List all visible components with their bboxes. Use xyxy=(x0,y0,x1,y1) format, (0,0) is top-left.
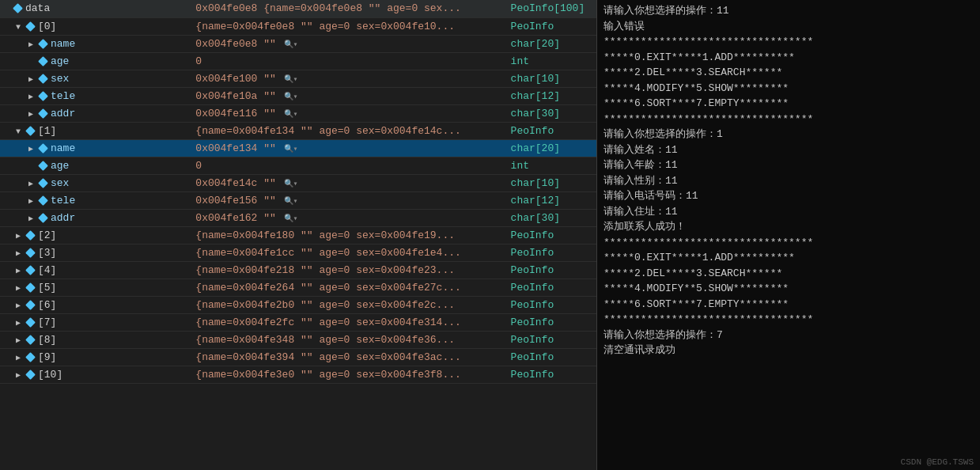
terminal-line: *****2.DEL*****3.SEARCH****** xyxy=(604,65,974,81)
terminal-line: *****6.SORT****7.EMPTY******** xyxy=(604,297,974,313)
expand-btn[interactable]: ▶ xyxy=(16,266,25,275)
terminal-line: 请输入你想选择的操作：1 xyxy=(604,127,974,142)
table-row: ▶[5]{name=0x004fe264 "" age=0 sex=0x004f… xyxy=(0,279,596,296)
variable-name: tele xyxy=(51,195,75,207)
terminal-line: ********************************** xyxy=(604,235,974,251)
search-icon[interactable]: 🔍▾ xyxy=(284,74,298,84)
search-icon[interactable]: 🔍▾ xyxy=(284,92,298,101)
search-icon[interactable]: 🔍▾ xyxy=(284,40,298,49)
terminal-line: 请输入你想选择的操作：7 xyxy=(604,328,974,343)
variable-value: 0x004fe100 "" xyxy=(195,73,275,85)
variable-value: 0x004fe116 "" xyxy=(195,108,275,119)
table-row: ▶[8]{name=0x004fe348 "" age=0 sex=0x004f… xyxy=(0,331,596,348)
variable-name: [1] xyxy=(38,125,56,137)
table-row: ▶[3]{name=0x004fe1cc "" age=0 sex=0x004f… xyxy=(0,244,596,261)
variable-value: {name=0x004fe0e8 "" age=0 sex=0x004fe10.… xyxy=(195,21,455,32)
variable-name: sex xyxy=(51,73,69,85)
variable-type: PeoInfo xyxy=(511,282,554,294)
terminal-line: ********************************** xyxy=(604,312,974,328)
type-icon xyxy=(38,56,48,66)
table-row: ▶tele0x004fe156 "" 🔍▾char[12] xyxy=(0,191,596,209)
variable-type: PeoInfo xyxy=(511,351,554,363)
table-row: ▶name0x004fe134 "" 🔍▾char[20] xyxy=(0,139,596,157)
search-icon[interactable]: 🔍▾ xyxy=(284,214,298,223)
table-row: ▶[10]{name=0x004fe3e0 "" age=0 sex=0x004… xyxy=(0,366,596,383)
variable-type: PeoInfo xyxy=(511,299,554,311)
variable-type: PeoInfo xyxy=(511,21,554,32)
terminal-line: *****2.DEL*****3.SEARCH****** xyxy=(604,266,974,282)
expand-btn[interactable]: ▶ xyxy=(28,92,38,101)
variable-type: char[30] xyxy=(511,212,560,224)
variable-name: data xyxy=(25,2,50,14)
variable-type: char[20] xyxy=(511,142,560,154)
type-icon xyxy=(25,21,36,32)
expand-btn[interactable]: ▶ xyxy=(16,231,25,241)
variable-value: 0x004fe162 "" xyxy=(195,212,275,224)
expand-btn[interactable]: ▶ xyxy=(28,40,38,49)
variable-value: {name=0x004fe218 "" age=0 sex=0x004fe23.… xyxy=(195,264,455,276)
table-row: ▶[9]{name=0x004fe394 "" age=0 sex=0x004f… xyxy=(0,348,596,366)
expand-btn[interactable]: ▶ xyxy=(28,109,38,119)
variable-type: PeoInfo xyxy=(511,316,554,328)
expand-btn[interactable]: ▶ xyxy=(16,353,25,362)
type-icon xyxy=(38,143,48,154)
variable-name: [2] xyxy=(38,229,56,241)
debug-table: data0x004fe0e8 {name=0x004fe0e8 "" age=0… xyxy=(0,0,596,384)
variable-type: char[12] xyxy=(511,195,560,207)
expand-btn[interactable]: ▶ xyxy=(16,318,25,328)
variable-type: char[30] xyxy=(511,108,560,119)
variable-name: sex xyxy=(51,177,69,189)
variable-type: PeoInfo[100] xyxy=(511,2,585,14)
variable-type: char[10] xyxy=(511,73,560,85)
search-icon[interactable]: 🔍▾ xyxy=(284,109,298,119)
variable-name: [0] xyxy=(38,21,56,32)
variable-type: PeoInfo xyxy=(511,369,554,381)
terminal-line: ********************************** xyxy=(604,112,974,127)
expand-btn[interactable]: ▶ xyxy=(28,74,38,84)
terminal-line: 输入错误 xyxy=(604,19,974,35)
variable-name: [9] xyxy=(38,351,56,363)
variable-value: 0x004fe134 "" xyxy=(195,142,275,154)
variable-value: 0x004fe10a "" xyxy=(195,90,275,102)
type-icon xyxy=(38,108,48,119)
type-icon xyxy=(13,3,23,13)
variable-type: PeoInfo xyxy=(511,264,554,276)
expand-btn[interactable]: ▶ xyxy=(16,248,25,258)
type-icon xyxy=(25,265,36,275)
expand-btn[interactable]: ▶ xyxy=(28,214,38,223)
expand-btn[interactable]: ▶ xyxy=(28,196,38,206)
variable-type: char[20] xyxy=(511,38,560,50)
expand-btn[interactable]: ▶ xyxy=(28,179,38,188)
variable-value: {name=0x004fe394 "" age=0 sex=0x004fe3ac… xyxy=(195,351,460,363)
type-icon xyxy=(38,195,48,206)
variable-name: [4] xyxy=(38,264,56,276)
table-row: age0int xyxy=(0,157,596,174)
variable-name: [7] xyxy=(38,316,56,328)
variable-name: [8] xyxy=(38,334,56,346)
variable-type: PeoInfo xyxy=(511,229,554,241)
table-row: data0x004fe0e8 {name=0x004fe0e8 "" age=0… xyxy=(0,0,596,17)
table-row: ▶[7]{name=0x004fe2fc "" age=0 sex=0x004f… xyxy=(0,313,596,331)
variable-value: {name=0x004fe2b0 "" age=0 sex=0x004fe2c.… xyxy=(195,299,455,311)
expand-btn[interactable]: ▶ xyxy=(16,301,25,310)
expand-btn[interactable]: ▶ xyxy=(16,335,25,345)
terminal-line: 请输入你想选择的操作：11 xyxy=(604,3,974,19)
table-row: ▼[1]{name=0x004fe134 "" age=0 sex=0x004f… xyxy=(0,122,596,139)
expand-btn[interactable]: ▼ xyxy=(16,127,25,137)
variable-name: tele xyxy=(51,90,75,102)
variable-type: char[10] xyxy=(511,177,560,189)
type-icon xyxy=(38,161,48,171)
search-icon[interactable]: 🔍▾ xyxy=(284,196,298,206)
expand-btn[interactable]: ▶ xyxy=(28,144,38,154)
search-icon[interactable]: 🔍▾ xyxy=(284,179,298,188)
expand-btn[interactable]: ▼ xyxy=(16,23,25,32)
terminal-line: *****4.MODIFY**5.SHOW********* xyxy=(604,81,974,97)
variable-value: {name=0x004fe180 "" age=0 sex=0x004fe19.… xyxy=(195,229,455,241)
variable-value: 0x004fe14c "" xyxy=(195,177,275,189)
expand-btn[interactable]: ▶ xyxy=(16,370,25,380)
expand-btn[interactable]: ▶ xyxy=(16,283,25,293)
variable-value: 0x004fe0e8 {name=0x004fe0e8 "" age=0 sex… xyxy=(195,2,460,14)
search-icon[interactable]: 🔍▾ xyxy=(284,144,298,154)
debug-panel: data0x004fe0e8 {name=0x004fe0e8 "" age=0… xyxy=(0,0,597,470)
type-icon xyxy=(25,317,36,328)
